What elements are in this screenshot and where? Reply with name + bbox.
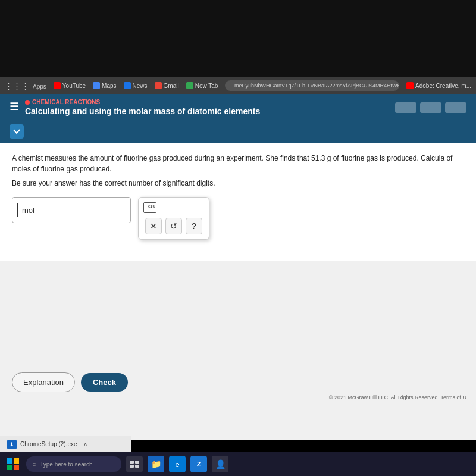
calc-help-btn[interactable]: ? <box>186 218 202 234</box>
header-left: ☰ CHEMICAL REACTIONS Calculating and usi… <box>10 99 260 116</box>
calc-clear-btn[interactable]: ✕ <box>145 218 162 234</box>
gmail-icon <box>155 82 162 89</box>
svg-rect-4 <box>130 461 134 464</box>
text-cursor <box>17 203 18 217</box>
download-icon: ⬇ <box>7 440 17 449</box>
top-black-area <box>0 0 476 77</box>
apps-label: ⋮⋮⋮ Apps <box>5 82 46 90</box>
edge-browser-button[interactable]: e <box>169 456 186 472</box>
svg-rect-0 <box>7 458 12 464</box>
x10-label: x10 <box>148 203 155 209</box>
svg-rect-6 <box>130 465 134 468</box>
taskbar: ○ Type here to search 📁 e Z 👤 <box>0 452 476 476</box>
calc-square-input[interactable]: x10 <box>143 202 156 213</box>
question-text: A chemist measures the amount of fluorin… <box>12 153 464 174</box>
adobe-label: Adobe: Creative, m... <box>415 83 471 89</box>
browser-toolbar: ⋮⋮⋮ Apps YouTube Maps News Gmail New Tab… <box>0 77 476 94</box>
main-content: ☰ CHEMICAL REACTIONS Calculating and usi… <box>0 94 476 440</box>
mh-header: ☰ CHEMICAL REACTIONS Calculating and usi… <box>0 94 476 122</box>
windows-start-button[interactable] <box>5 456 21 472</box>
calculator-popup: x10 ✕ ↺ ? <box>138 197 209 240</box>
apps-text: Apps <box>33 83 46 90</box>
cortana-search-text: Type here to search <box>40 461 92 468</box>
nav-btn-1[interactable] <box>395 102 416 113</box>
bookmark-maps[interactable]: Maps <box>93 82 116 89</box>
explanation-button[interactable]: Explanation <box>12 372 75 392</box>
expand-row <box>0 122 476 143</box>
buttons-row: Explanation Check <box>0 367 476 394</box>
cortana-search-bar[interactable]: ○ Type here to search <box>26 456 121 472</box>
terms-text: Terms of U <box>440 394 466 400</box>
maps-label: Maps <box>102 83 116 89</box>
taskview-button[interactable] <box>126 456 143 472</box>
copyright-text: © 2021 McGraw Hill LLC. All Rights Reser… <box>329 394 439 400</box>
nav-btn-3[interactable] <box>445 102 466 113</box>
url-text: ...mePyIIhNbWHGaInVTq7/TFh-TVNBaIA22msYf… <box>230 83 399 89</box>
download-bar: ⬇ ChromeSetup (2).exe ∧ <box>0 436 131 452</box>
adobe-icon <box>406 82 414 89</box>
calc-undo-btn[interactable]: ↺ <box>165 218 182 234</box>
svg-rect-5 <box>135 461 139 464</box>
url-bar[interactable]: ...mePyIIhNbWHGaInVTq7/TFh-TVNBaIA22msYf… <box>225 80 399 91</box>
calc-top-row: x10 <box>143 202 204 213</box>
bookmark-youtube[interactable]: YouTube <box>54 82 86 89</box>
answer-row: mol x10 ✕ ↺ ? <box>12 197 464 240</box>
news-icon <box>124 82 131 89</box>
unit-label: mol <box>22 206 35 215</box>
file-explorer-button[interactable]: 📁 <box>148 456 164 472</box>
header-nav <box>395 102 466 113</box>
file-explorer-icon: 📁 <box>151 459 161 469</box>
hamburger-menu[interactable]: ☰ <box>10 100 19 113</box>
bottom-area: Explanation Check © 2021 McGraw Hill LLC… <box>0 367 476 400</box>
copyright-row: © 2021 McGraw Hill LLC. All Rights Reser… <box>0 394 476 400</box>
download-chevron-icon[interactable]: ∧ <box>83 441 87 447</box>
profile-button[interactable]: 👤 <box>212 456 228 472</box>
section-text: CHEMICAL REACTIONS <box>32 99 100 105</box>
nav-btn-2[interactable] <box>420 102 441 113</box>
section-dot <box>25 100 30 105</box>
section-label: CHEMICAL REACTIONS <box>25 99 260 105</box>
answer-input-box[interactable]: mol <box>12 197 131 223</box>
svg-rect-3 <box>14 465 19 470</box>
svg-rect-7 <box>135 465 139 468</box>
taskview-icon <box>130 461 139 468</box>
windows-logo-icon <box>7 458 19 470</box>
header-text-block: CHEMICAL REACTIONS Calculating and using… <box>25 99 260 116</box>
newtab-icon <box>186 82 193 89</box>
bookmark-adobe[interactable]: Adobe: Creative, m... <box>406 82 471 89</box>
newtab-label: New Tab <box>195 83 218 89</box>
profile-icon: 👤 <box>215 459 226 469</box>
bookmark-gmail[interactable]: Gmail <box>155 82 179 89</box>
maps-icon <box>93 82 100 89</box>
edge-icon: e <box>175 460 179 469</box>
bookmark-news[interactable]: News <box>124 82 148 89</box>
zoom-button[interactable]: Z <box>190 456 207 472</box>
significant-digits-note: Be sure your answer has the correct numb… <box>12 179 464 187</box>
question-area: A chemist measures the amount of fluorin… <box>0 143 476 261</box>
svg-rect-1 <box>14 458 19 464</box>
calc-buttons-row: ✕ ↺ ? <box>143 218 204 234</box>
youtube-icon <box>54 82 61 89</box>
youtube-label: YouTube <box>62 83 86 89</box>
zoom-icon: Z <box>197 461 201 468</box>
svg-rect-2 <box>7 465 12 470</box>
download-filename: ChromeSetup (2).exe <box>20 441 77 447</box>
expand-button[interactable] <box>10 124 24 139</box>
page-title: Calculating and using the molar mass of … <box>25 107 260 116</box>
news-label: News <box>133 83 148 89</box>
gmail-label: Gmail <box>164 83 179 89</box>
chevron-down-icon <box>13 128 20 135</box>
bookmark-newtab[interactable]: New Tab <box>186 82 218 89</box>
check-button[interactable]: Check <box>81 373 128 392</box>
